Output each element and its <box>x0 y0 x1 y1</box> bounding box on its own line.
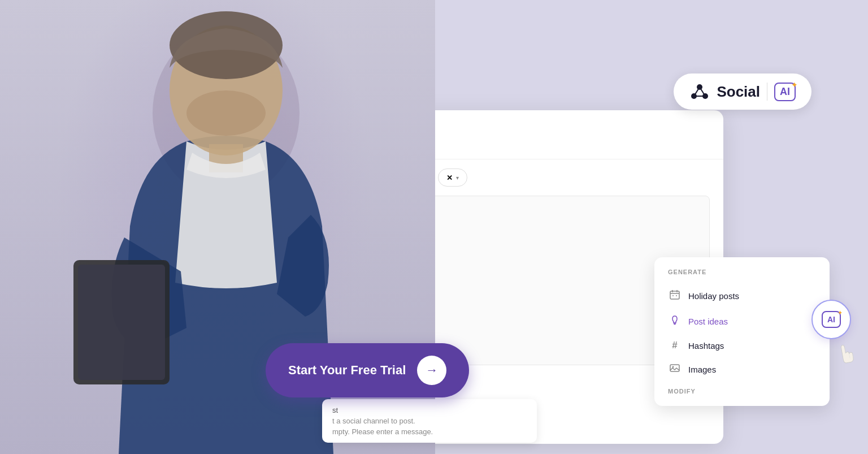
holiday-posts-label: Holiday posts <box>688 291 739 301</box>
svg-point-3 <box>186 90 266 136</box>
svg-point-21 <box>676 295 677 296</box>
social-label: Social <box>717 83 760 101</box>
calendar-icon <box>669 289 680 300</box>
ai-circle-button[interactable]: AI ✦ <box>811 300 851 339</box>
post-ideas-item[interactable]: Post ideas <box>668 309 816 334</box>
cta-arrow-circle: → <box>417 356 446 385</box>
svg-point-20 <box>672 295 674 296</box>
cta-arrow-icon: → <box>426 363 438 378</box>
hashtags-item[interactable]: # Hashtags <box>668 334 816 357</box>
holiday-posts-icon <box>668 289 682 303</box>
lightbulb-icon <box>669 314 680 326</box>
ai-badge: AI ✦ <box>774 83 796 101</box>
social-network-icon <box>689 81 710 102</box>
images-label: Images <box>688 365 716 374</box>
ai-circle-label: AI <box>827 315 835 324</box>
ai-circle-sparkle-icon: ✦ <box>837 309 843 317</box>
bottom-card-line1: st <box>332 406 527 414</box>
badge-divider <box>767 83 767 101</box>
ai-badge-text: AI <box>780 86 790 98</box>
bottom-card-line3: mpty. Please enter a message. <box>332 427 527 436</box>
image-icon <box>669 362 680 374</box>
hashtag-icon: # <box>668 340 682 351</box>
svg-line-10 <box>694 87 700 96</box>
hand-cursor-icon <box>831 338 858 369</box>
svg-rect-16 <box>670 291 679 299</box>
generate-panel: GENERATE Holiday posts Post ideas <box>654 257 830 406</box>
x-twitter-icon: ✕ <box>446 174 453 182</box>
generate-section-label: GENERATE <box>668 269 816 275</box>
images-icon <box>668 362 682 377</box>
bottom-card-line2: t a social channel to post. <box>332 417 527 425</box>
ai-circle-inner: AI ✦ <box>822 311 841 328</box>
post-ideas-icon <box>668 314 682 328</box>
images-item[interactable]: Images <box>668 357 816 382</box>
svg-line-11 <box>700 87 705 96</box>
cta-free-trial-button[interactable]: Start Your Free Trial → <box>266 343 469 397</box>
x-platform-btn[interactable]: ✕ ▾ <box>438 168 467 187</box>
x-chevron: ▾ <box>456 175 459 181</box>
modify-section-label: MODIFY <box>668 388 816 395</box>
bottom-status-card: st t a social channel to post. mpty. Ple… <box>322 399 537 443</box>
sparkle-icon: ✦ <box>791 80 798 89</box>
hashtags-label: Hashtags <box>688 341 724 351</box>
svg-rect-24 <box>670 365 679 371</box>
post-ideas-label: Post ideas <box>688 317 728 326</box>
social-ai-badge: Social AI ✦ <box>674 73 811 110</box>
svg-rect-5 <box>78 265 165 380</box>
holiday-posts-item[interactable]: Holiday posts <box>668 283 816 309</box>
cta-button-label: Start Your Free Trial <box>288 363 406 378</box>
